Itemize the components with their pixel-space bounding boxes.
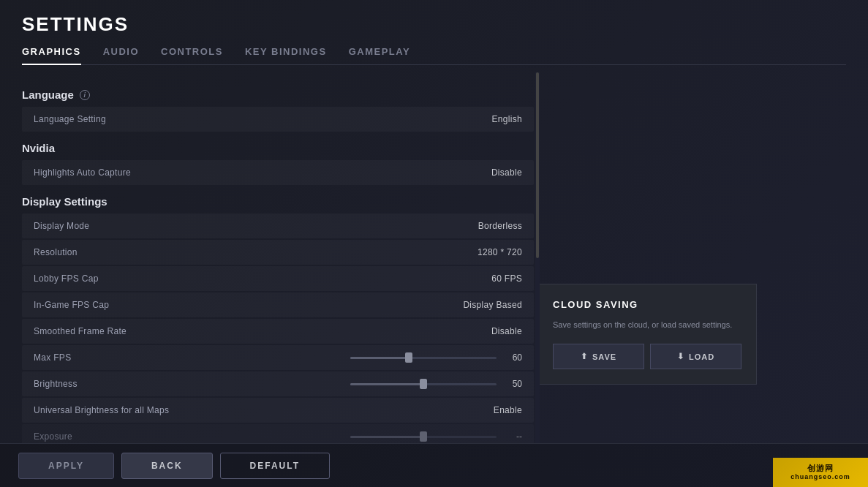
- setting-label-lobby-fps: Lobby FPS Cap: [34, 273, 99, 284]
- max-fps-value: 60: [504, 352, 522, 363]
- setting-label-ingame-fps: In-Game FPS Cap: [34, 300, 109, 310]
- download-icon: ⬇: [677, 352, 684, 361]
- exposure-slider-thumb[interactable]: [420, 431, 427, 442]
- watermark-line1: 创游网: [790, 463, 850, 473]
- brightness-slider-container: 50: [350, 379, 522, 389]
- brightness-slider-fill: [350, 383, 423, 385]
- content-area: Language i Language Setting English Nvid…: [0, 65, 868, 443]
- setting-value-highlights: Disable: [491, 167, 522, 178]
- settings-header: SETTINGS GRAPHICS AUDIO CONTROLS KEY BIN…: [0, 0, 868, 65]
- language-info-icon[interactable]: i: [80, 90, 90, 100]
- setting-label-universal-brightness: Universal Brightness for all Maps: [34, 405, 169, 415]
- cloud-save-button[interactable]: ⬆ Save: [553, 344, 644, 369]
- exposure-slider-container: --: [350, 431, 522, 442]
- setting-value-ingame-fps: Display Based: [463, 300, 522, 310]
- brightness-slider-track[interactable]: [350, 383, 497, 385]
- setting-label-language: Language Setting: [34, 114, 106, 124]
- watermark: 创游网 chuangseo.com: [773, 458, 868, 487]
- setting-row-display-mode[interactable]: Display Mode Borderless: [22, 214, 534, 238]
- setting-row-lobby-fps[interactable]: Lobby FPS Cap 60 FPS: [22, 266, 534, 291]
- setting-value-display-mode: Borderless: [478, 221, 522, 231]
- setting-label-exposure: Exposure: [34, 431, 72, 442]
- apply-button[interactable]: APPLY: [18, 453, 114, 479]
- max-fps-slider-thumb[interactable]: [405, 352, 412, 363]
- exposure-value: --: [504, 431, 522, 442]
- setting-label-brightness: Brightness: [34, 379, 78, 389]
- setting-value-universal-brightness: Enable: [494, 405, 522, 415]
- setting-label-resolution: Resolution: [34, 247, 78, 257]
- exposure-slider-track[interactable]: [350, 436, 497, 438]
- tab-keybindings[interactable]: KEY BINDINGS: [245, 46, 327, 64]
- cloud-buttons: ⬆ Save ⬇ Load: [553, 344, 741, 369]
- setting-row-max-fps[interactable]: Max FPS 60: [22, 345, 534, 370]
- setting-row-language[interactable]: Language Setting English: [22, 107, 534, 132]
- section-header-language: Language i: [22, 80, 534, 107]
- back-button[interactable]: BACK: [121, 453, 213, 479]
- settings-list: Language i Language Setting English Nvid…: [0, 72, 534, 443]
- max-fps-slider-container: 60: [350, 352, 522, 363]
- tabs-bar: GRAPHICS AUDIO CONTROLS KEY BINDINGS GAM…: [22, 46, 846, 65]
- setting-row-smoothed-frame[interactable]: Smoothed Frame Rate Disable: [22, 319, 534, 344]
- setting-row-exposure-partial: Exposure --: [22, 424, 534, 443]
- setting-value-language: English: [492, 114, 522, 124]
- cloud-saving-desc: Save settings on the cloud, or load save…: [553, 319, 741, 331]
- watermark-line2: chuangseo.com: [790, 473, 850, 482]
- setting-value-smoothed-frame: Disable: [491, 326, 522, 336]
- page-title: SETTINGS: [22, 13, 846, 36]
- default-button[interactable]: DEFAULT: [220, 453, 330, 479]
- tab-controls[interactable]: CONTROLS: [161, 46, 223, 64]
- brightness-slider-thumb[interactable]: [420, 379, 427, 389]
- setting-row-ingame-fps[interactable]: In-Game FPS Cap Display Based: [22, 292, 534, 317]
- setting-value-resolution: 1280 * 720: [478, 247, 522, 257]
- max-fps-slider-track[interactable]: [350, 357, 497, 359]
- setting-value-lobby-fps: 60 FPS: [491, 273, 522, 284]
- tab-audio[interactable]: AUDIO: [103, 46, 139, 64]
- settings-container: SETTINGS GRAPHICS AUDIO CONTROLS KEY BIN…: [0, 0, 868, 487]
- cloud-saving-title: CLOUD SAVING: [553, 299, 741, 310]
- tab-graphics[interactable]: GRAPHICS: [22, 46, 81, 64]
- right-panel: CLOUD SAVING Save settings on the cloud,…: [541, 72, 775, 443]
- setting-row-brightness[interactable]: Brightness 50: [22, 371, 534, 396]
- cloud-load-button[interactable]: ⬇ Load: [650, 344, 741, 369]
- setting-label-display-mode: Display Mode: [34, 221, 89, 231]
- setting-label-smoothed-frame: Smoothed Frame Rate: [34, 326, 127, 336]
- bottom-bar: APPLY BACK DEFAULT: [0, 443, 868, 487]
- setting-label-highlights: Highlights Auto Capture: [34, 167, 131, 178]
- cloud-saving-card: CLOUD SAVING Save settings on the cloud,…: [537, 284, 757, 385]
- setting-row-highlights[interactable]: Highlights Auto Capture Disable: [22, 160, 534, 185]
- setting-row-universal-brightness[interactable]: Universal Brightness for all Maps Enable: [22, 398, 534, 423]
- max-fps-slider-fill: [350, 357, 409, 359]
- setting-label-max-fps: Max FPS: [34, 352, 71, 363]
- scrollbar[interactable]: [535, 72, 540, 443]
- section-header-nvidia: Nvidia: [22, 133, 534, 160]
- brightness-value: 50: [504, 379, 522, 389]
- setting-row-resolution[interactable]: Resolution 1280 * 720: [22, 240, 534, 265]
- scrollbar-thumb: [536, 72, 539, 258]
- exposure-slider-fill: [350, 436, 423, 438]
- tab-gameplay[interactable]: GAMEPLAY: [349, 46, 410, 64]
- section-header-display: Display Settings: [22, 186, 534, 214]
- upload-icon: ⬆: [581, 352, 588, 361]
